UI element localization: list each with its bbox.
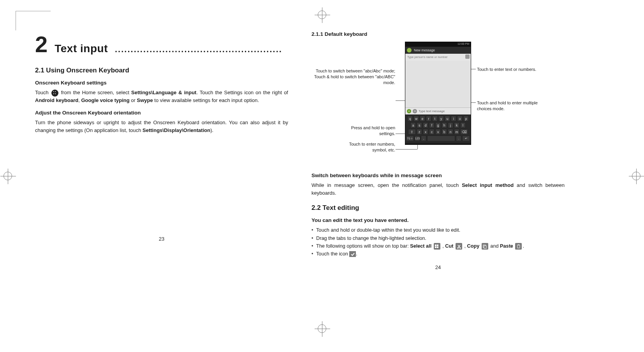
paste-icon (515, 243, 522, 250)
key: f (429, 122, 435, 128)
period-key: . (456, 136, 461, 141)
comma-key: , (421, 136, 426, 141)
symbols-key: ?1☺ (406, 136, 414, 141)
key: u (445, 116, 450, 121)
svg-rect-1 (437, 245, 438, 246)
svg-rect-9 (518, 245, 519, 245)
onscreen-settings-heading: Onscreen Keyboard settings (35, 80, 288, 86)
phone-status-bar: 12:00 PM (405, 42, 471, 47)
keyboard-diagram: Touch to switch between "abc/Abc" mode; … (311, 41, 565, 165)
compose-placeholder: Type text message (419, 109, 445, 113)
key: h (442, 122, 447, 128)
key: b (442, 129, 447, 135)
chapter-number: 2 (35, 31, 48, 57)
key: j (448, 122, 453, 128)
key: l (460, 122, 466, 128)
apps-icon (51, 90, 58, 97)
callout-open-settings: Press and hold to open settings. (335, 125, 395, 137)
orientation-heading: Adjust the Onscreen Keyboard orientation (35, 110, 288, 116)
onscreen-settings-body: Touch from the Home screen, select Setti… (35, 89, 288, 104)
page-number-right: 24 (311, 264, 565, 270)
phone-screen-title: New message (414, 48, 435, 52)
key: v (435, 129, 441, 135)
page-left: 2 Text input ...........................… (35, 31, 288, 270)
numbers-key: 123 (415, 136, 420, 141)
key: i (451, 116, 456, 121)
key-row-2: a s d f g h j k l (406, 122, 470, 128)
page-right: 2.1.1 Default keyboard Touch to switch b… (311, 31, 565, 270)
sms-icon (407, 48, 412, 53)
callout-multi-choice: Touch and hold to enter multiple choices… (477, 100, 551, 112)
callout-numbers-symbol: Touch to enter numbers, symbol, etc. (335, 141, 395, 153)
svg-rect-3 (437, 246, 438, 248)
key: p (463, 116, 469, 121)
svg-rect-8 (517, 245, 520, 248)
key: c (429, 129, 435, 135)
text-editing-bullets: Touch and hold or double-tap within the … (311, 226, 565, 258)
callout-enter-text: Touch to enter text or numbers. (477, 67, 543, 72)
key: o (457, 116, 463, 121)
key: e (420, 116, 425, 121)
key: a (410, 122, 416, 128)
phone-screenshot: 12:00 PM New message Type person's name … (405, 42, 471, 145)
select-all-icon (434, 243, 440, 250)
bullet-item: Drag the tabs to change the high-lighted… (311, 234, 565, 242)
recipient-field: Type person's name or number (405, 54, 471, 61)
key: x (423, 129, 428, 135)
callout-switch-mode: Touch to switch between "abc/Abc" mode; … (311, 68, 395, 86)
key: r (426, 116, 431, 121)
key: y (438, 116, 444, 121)
crop-mark-right (628, 168, 644, 184)
chapter-title: Text input (55, 42, 108, 55)
cut-icon (456, 243, 462, 250)
key: m (454, 129, 459, 135)
key-row-3: ⇧ z x c v b n m ⌫ (406, 129, 470, 135)
key: z (417, 129, 422, 135)
key: k (454, 122, 459, 128)
crop-mark-bottom (314, 321, 330, 336)
key-row-4: ?1☺ 123 , . ↵ (406, 136, 470, 141)
emoji-icon: ☺ (413, 109, 417, 113)
done-check-icon (349, 251, 356, 257)
key: g (435, 122, 441, 128)
key-row-1: q w e r t y u i o p (406, 116, 470, 121)
attach-icon: + (407, 109, 411, 113)
space-key (427, 136, 455, 141)
chapter-heading-row: 2 Text input ...........................… (35, 31, 288, 57)
key: d (423, 122, 428, 128)
svg-rect-0 (435, 245, 436, 246)
enter-key: ↵ (462, 136, 470, 141)
copy-icon (482, 243, 488, 250)
bullet-item: Touch the icon . (311, 250, 565, 258)
message-body-area (405, 61, 471, 107)
compose-row: + ☺ Type text message (405, 107, 471, 114)
onscreen-keyboard: q w e r t y u i o p a s d (405, 114, 471, 143)
section-2-1-1-heading: 2.1.1 Default keyboard (311, 31, 565, 37)
edit-text-heading: You can edit the text you have entered. (311, 217, 565, 223)
bullet-item: Touch and hold or double-tap within the … (311, 226, 565, 234)
backspace-key: ⌫ (460, 129, 468, 135)
switch-keyboards-body: While in message screen, open the notifi… (311, 181, 565, 197)
page-number-left: 23 (35, 236, 288, 242)
phone-title-bar: New message (405, 47, 471, 54)
key: q (407, 116, 413, 121)
section-2-1-heading: 2.1 Using Onscreen Keyboard (35, 67, 288, 74)
bullet-item: The following options will show on top b… (311, 242, 565, 250)
section-2-2-heading: 2.2 Text editing (311, 204, 565, 212)
crop-mark-top (314, 7, 330, 23)
key: t (432, 116, 438, 121)
key: w (413, 116, 419, 121)
svg-rect-2 (435, 246, 436, 248)
switch-keyboards-heading: Switch between keyboards while in messag… (311, 172, 565, 178)
svg-rect-7 (484, 246, 486, 248)
key: s (417, 122, 422, 128)
key: n (448, 129, 453, 135)
crop-mark-left (0, 168, 16, 184)
shift-key: ⇧ (408, 129, 416, 135)
chapter-dots: ........................................… (115, 44, 288, 55)
orientation-body: Turn the phone sideways or upright to ad… (35, 119, 288, 134)
add-contact-icon (465, 55, 470, 59)
